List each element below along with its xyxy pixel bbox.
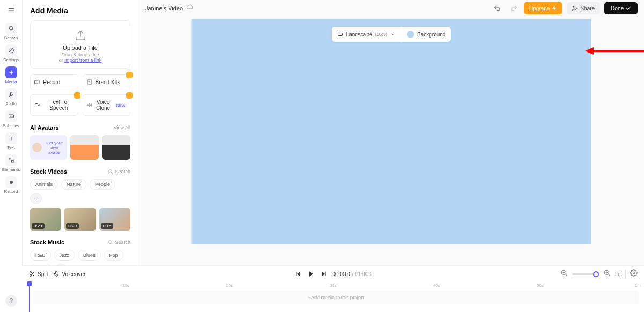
tag-people[interactable]: People bbox=[90, 179, 115, 190]
playhead[interactable] bbox=[29, 282, 30, 312]
bolt-icon bbox=[552, 5, 557, 11]
zoom-out-button[interactable] bbox=[560, 269, 568, 279]
import-link[interactable]: import from a link bbox=[64, 57, 101, 63]
nav-rail: Search Settings Media Audio Subtitles Te… bbox=[0, 0, 23, 265]
premium-badge-icon bbox=[126, 92, 133, 99]
redo-button[interactable] bbox=[508, 2, 519, 14]
tag-rnb[interactable]: R&B bbox=[30, 250, 51, 261]
svg-line-26 bbox=[112, 173, 113, 174]
project-title[interactable]: Janine's Video bbox=[145, 5, 183, 11]
cloud-sync-icon bbox=[186, 3, 194, 13]
svg-rect-15 bbox=[11, 161, 13, 163]
share-button[interactable]: Share bbox=[567, 2, 600, 14]
stock-music-heading: Stock Music bbox=[30, 239, 64, 246]
landscape-icon bbox=[337, 31, 343, 38]
color-swatch-icon bbox=[407, 31, 414, 38]
done-button[interactable]: Done bbox=[604, 2, 638, 14]
upload-dropzone[interactable]: Upload a File Drag & drop a file or impo… bbox=[30, 20, 130, 69]
help-button[interactable]: ? bbox=[5, 295, 17, 307]
time-ruler[interactable]: 10s 20s 30s 40s 50s 1m bbox=[23, 282, 644, 289]
stock-video-item[interactable]: 0:29 bbox=[64, 208, 96, 231]
elements-icon bbox=[5, 154, 17, 166]
get-avatar-cta[interactable]: Get your own avatar bbox=[30, 135, 67, 160]
media-track-placeholder[interactable]: + Add media to this project bbox=[33, 291, 639, 304]
background-button[interactable]: Background bbox=[401, 27, 451, 42]
voice-clone-button[interactable]: Voice Clone NEW bbox=[83, 94, 131, 116]
timeline[interactable]: 10s 20s 30s 40s 50s 1m + Add media to th… bbox=[23, 282, 644, 312]
record-button[interactable]: Record bbox=[30, 74, 78, 90]
tag-more[interactable]: ⋯ bbox=[30, 193, 42, 204]
stock-videos-heading: Stock Videos bbox=[30, 168, 67, 175]
record-icon bbox=[5, 176, 17, 188]
upgrade-button[interactable]: Upgrade bbox=[524, 2, 562, 14]
svg-line-4 bbox=[12, 30, 13, 31]
search-stock-videos[interactable]: Search bbox=[108, 169, 130, 174]
svg-point-16 bbox=[10, 181, 13, 184]
view-all-avatars[interactable]: View All bbox=[114, 125, 130, 130]
stock-video-item[interactable]: 0:29 bbox=[30, 208, 61, 231]
new-badge: NEW bbox=[115, 103, 127, 108]
tag-nature[interactable]: Nature bbox=[61, 179, 86, 190]
rail-elements[interactable]: Elements bbox=[2, 153, 20, 173]
undo-button[interactable] bbox=[492, 2, 503, 14]
panel-title: Add Media bbox=[30, 6, 130, 15]
zoom-in-button[interactable] bbox=[603, 269, 611, 279]
search-stock-music[interactable]: Search bbox=[108, 240, 130, 245]
rail-record[interactable]: Record bbox=[2, 175, 20, 195]
brand-kits-button[interactable]: Brand Kits bbox=[83, 74, 131, 90]
plus-icon bbox=[5, 66, 17, 78]
search-icon bbox=[108, 169, 113, 174]
rail-subtitles[interactable]: Subtitles bbox=[2, 109, 20, 129]
arrow-annotation-icon bbox=[585, 46, 644, 58]
svg-line-39 bbox=[33, 274, 34, 276]
svg-rect-11 bbox=[9, 115, 13, 118]
tag-blues[interactable]: Blues bbox=[78, 250, 101, 261]
svg-marker-44 bbox=[309, 271, 313, 276]
svg-point-6 bbox=[9, 48, 13, 53]
svg-point-10 bbox=[11, 95, 13, 96]
avatar-item[interactable] bbox=[70, 135, 99, 160]
zoom-slider[interactable] bbox=[572, 273, 599, 275]
mic-icon bbox=[53, 271, 60, 277]
rail-search[interactable]: Search bbox=[2, 21, 20, 41]
svg-rect-18 bbox=[35, 80, 38, 84]
svg-line-51 bbox=[609, 274, 610, 276]
svg-point-54 bbox=[633, 272, 635, 274]
split-button[interactable]: Split bbox=[29, 271, 48, 277]
chevron-down-icon bbox=[390, 32, 396, 37]
voiceover-button[interactable]: Voiceover bbox=[53, 271, 85, 277]
upload-subtitle: Drag & drop a file or import from a link bbox=[34, 52, 127, 63]
tag-pop[interactable]: Pop bbox=[104, 250, 123, 261]
menu-icon[interactable] bbox=[5, 4, 17, 16]
svg-rect-33 bbox=[338, 33, 342, 36]
avatar-item[interactable] bbox=[102, 135, 130, 160]
top-bar: Janine's Video Upgrade Share Done bbox=[138, 0, 644, 16]
rail-media[interactable]: Media bbox=[2, 65, 20, 85]
svg-point-27 bbox=[109, 241, 112, 244]
subtitles-icon bbox=[5, 110, 17, 122]
svg-point-9 bbox=[9, 95, 10, 97]
svg-line-48 bbox=[566, 274, 567, 276]
skip-back-button[interactable] bbox=[294, 270, 302, 278]
stock-video-item[interactable]: 0:15 bbox=[99, 208, 130, 231]
rail-settings[interactable]: Settings bbox=[2, 43, 20, 63]
skip-forward-button[interactable] bbox=[319, 270, 328, 278]
aspect-ratio-button[interactable]: Landscape (16:9) bbox=[332, 27, 401, 42]
rail-text[interactable]: Text bbox=[2, 131, 20, 151]
scissors-icon bbox=[29, 271, 35, 277]
timeline-settings-button[interactable] bbox=[630, 269, 638, 279]
svg-point-36 bbox=[30, 272, 32, 273]
fit-button[interactable]: Fit bbox=[615, 271, 621, 277]
tag-jazz[interactable]: Jazz bbox=[54, 250, 75, 261]
video-canvas[interactable] bbox=[192, 19, 591, 244]
ai-avatars-heading: AI Avatars bbox=[30, 124, 59, 131]
text-to-speech-button[interactable]: Text To Speech bbox=[30, 94, 78, 116]
play-button[interactable] bbox=[306, 270, 315, 278]
tag-animals[interactable]: Animals bbox=[30, 179, 58, 190]
avatar-face-icon bbox=[32, 143, 42, 152]
canvas-area: Landscape (16:9) Background bbox=[138, 16, 644, 265]
premium-badge-icon bbox=[74, 92, 80, 99]
svg-marker-45 bbox=[322, 272, 325, 276]
svg-point-20 bbox=[89, 81, 90, 82]
rail-audio[interactable]: Audio bbox=[2, 87, 20, 107]
